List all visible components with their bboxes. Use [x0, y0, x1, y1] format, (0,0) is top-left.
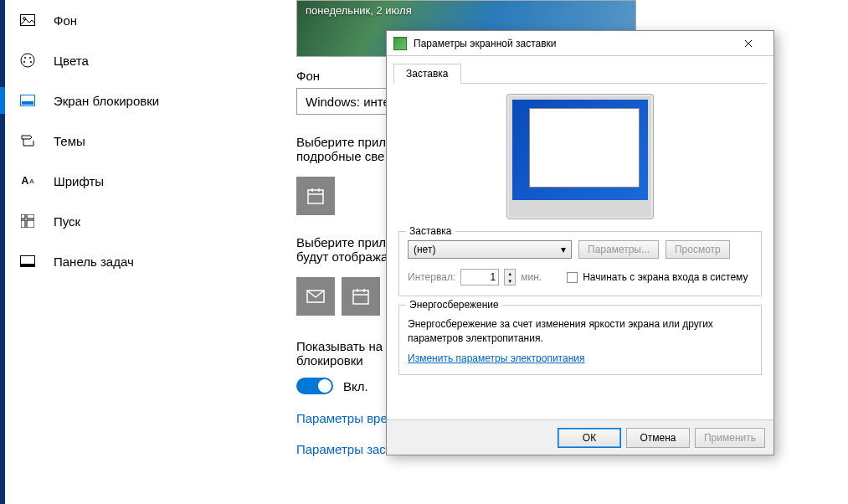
- apply-button[interactable]: Применить: [695, 428, 765, 448]
- svg-point-1: [23, 18, 26, 20]
- logon-checkbox[interactable]: [567, 272, 578, 283]
- sidebar-item-label: Шрифты: [54, 174, 104, 188]
- close-button[interactable]: [730, 35, 767, 52]
- svg-rect-20: [353, 291, 368, 304]
- sidebar-item-fonts[interactable]: AA Шрифты: [5, 161, 273, 201]
- lock-screen-icon: [20, 93, 35, 108]
- interval-spinner[interactable]: ▲▼: [504, 269, 516, 285]
- svg-rect-14: [21, 264, 35, 267]
- ok-button[interactable]: ОК: [558, 428, 621, 448]
- svg-rect-9: [21, 214, 25, 219]
- toggle-switch[interactable]: [296, 378, 333, 394]
- svg-rect-0: [21, 15, 35, 26]
- svg-point-3: [24, 57, 26, 59]
- dialog-icon: [393, 37, 407, 50]
- sidebar-item-label: Пуск: [54, 214, 80, 229]
- font-icon: AA: [20, 173, 35, 188]
- svg-point-4: [29, 57, 31, 59]
- monitor-preview: [506, 94, 654, 219]
- energy-legend: Энергосбережение: [406, 299, 502, 311]
- sidebar-item-lock-screen[interactable]: Экран блокировки: [5, 80, 273, 121]
- svg-rect-8: [22, 101, 33, 105]
- svg-point-5: [23, 61, 25, 63]
- sidebar-nav: Фон Цвета Экран блокировки Темы AA Шрифт…: [5, 0, 273, 504]
- interval-input[interactable]: [460, 269, 499, 285]
- dialog-footer: ОК Отмена Применить: [387, 419, 773, 455]
- preview-button[interactable]: Просмотр: [666, 240, 730, 259]
- interval-row: Интервал: ▲▼ мин. Начинать с экрана вход…: [408, 269, 753, 285]
- sidebar-item-label: Темы: [54, 134, 85, 148]
- svg-rect-11: [21, 220, 25, 228]
- tab-screensaver[interactable]: Заставка: [393, 64, 461, 84]
- sidebar-item-label: Фон: [54, 13, 77, 28]
- energy-text: Энергосбережение за счет изменения яркос…: [408, 317, 753, 346]
- svg-rect-12: [27, 220, 34, 228]
- energy-group: Энергосбережение Энергосбережение за сче…: [398, 305, 762, 375]
- screensaver-group: Заставка (нет) ▾ Параметры... Просмотр И…: [398, 231, 762, 296]
- calendar-tile-2[interactable]: [342, 277, 380, 316]
- screensaver-combo[interactable]: (нет) ▾: [408, 240, 572, 259]
- interval-unit: мин.: [521, 271, 542, 283]
- interval-label: Интервал:: [408, 271, 455, 283]
- preview-date-text: понедельник, 2 июля: [306, 4, 412, 17]
- cancel-button[interactable]: Отмена: [626, 428, 690, 448]
- start-icon: [20, 213, 35, 229]
- params-button[interactable]: Параметры...: [578, 240, 659, 259]
- sidebar-item-label: Экран блокировки: [54, 94, 159, 108]
- svg-point-2: [21, 54, 34, 67]
- screensaver-dialog: Параметры экранной заставки Заставка Зас…: [386, 30, 774, 455]
- image-icon: [20, 13, 35, 28]
- chevron-down-icon: ▾: [561, 244, 566, 255]
- screensaver-legend: Заставка: [406, 225, 455, 237]
- dialog-title: Параметры экранной заставки: [414, 38, 730, 49]
- close-icon: [744, 39, 753, 48]
- checkbox-label: Начинать с экрана входа в систему: [583, 271, 748, 283]
- svg-rect-15: [308, 190, 323, 203]
- dialog-tabbar: Заставка: [393, 63, 767, 84]
- svg-rect-10: [27, 214, 34, 219]
- combo-value: (нет): [414, 244, 435, 255]
- sidebar-item-taskbar[interactable]: Панель задач: [5, 241, 273, 281]
- dialog-body: Заставка (нет) ▾ Параметры... Просмотр И…: [387, 84, 773, 393]
- sidebar-item-label: Цвета: [54, 54, 89, 68]
- sidebar-item-themes[interactable]: Темы: [5, 121, 273, 161]
- svg-point-6: [30, 61, 32, 63]
- sidebar-item-start[interactable]: Пуск: [5, 201, 273, 241]
- theme-icon: [20, 133, 35, 148]
- dialog-titlebar: Параметры экранной заставки: [387, 31, 773, 56]
- taskbar-icon: [20, 254, 35, 269]
- toggle-label: Вкл.: [343, 379, 368, 393]
- sidebar-item-background[interactable]: Фон: [5, 0, 273, 40]
- sidebar-item-label: Панель задач: [54, 255, 134, 269]
- sidebar-item-colors[interactable]: Цвета: [5, 40, 273, 80]
- calendar-tile[interactable]: [296, 177, 335, 215]
- energy-link[interactable]: Изменить параметры электропитания: [408, 352, 584, 364]
- palette-icon: [20, 53, 35, 68]
- mail-tile[interactable]: [296, 277, 335, 316]
- dropdown-value: Windows: инте: [306, 95, 390, 109]
